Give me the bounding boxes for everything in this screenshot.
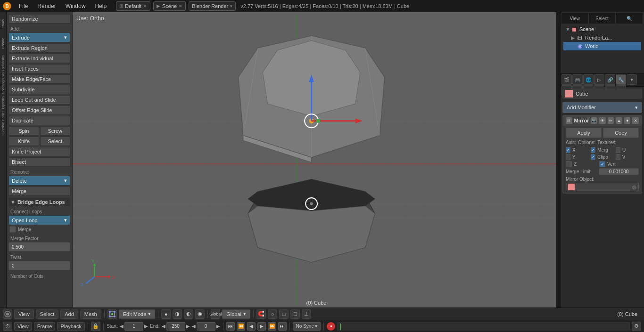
props-icon-world[interactable]: 🌐 (583, 74, 594, 85)
merge-button[interactable]: Merge (8, 186, 70, 196)
extrude-individual-button[interactable]: Extrude Individual (8, 54, 70, 63)
timeline-playhead[interactable] (340, 324, 341, 330)
current-frame-input[interactable]: 0 (197, 322, 215, 331)
z-axis-checkbox[interactable] (566, 161, 572, 167)
solid-shading-btn[interactable]: ● (161, 309, 171, 319)
mode-icon-btn[interactable] (107, 309, 117, 319)
props-icon-constraints[interactable]: 🔗 (605, 74, 615, 85)
tab-shading-uvs[interactable]: Shading/UVs (1, 73, 6, 92)
open-loop-button[interactable]: Open Loop ▾ (8, 215, 70, 225)
end-frame-input[interactable]: 250 (166, 322, 185, 331)
knife-button[interactable]: Knife (8, 137, 39, 146)
timeline-settings-icon[interactable]: ⚙ (632, 322, 641, 331)
mod-render-icon[interactable]: 📷 (591, 117, 597, 124)
merge-limit-value[interactable]: 0.001000 (599, 168, 639, 175)
props-icon-particles[interactable]: ✦ (627, 74, 637, 85)
transform-orientation[interactable]: Global ▾ (222, 309, 250, 319)
mirror-field-picker-icon[interactable]: ◎ (632, 185, 636, 190)
props-icon-scene[interactable]: 🎮 (572, 74, 583, 85)
tab-tools[interactable]: Tools (1, 14, 6, 33)
props-icon-object[interactable]: ▷ (594, 74, 604, 85)
select-button[interactable]: Select (40, 137, 71, 146)
start-prev-btn[interactable]: ◀ (120, 324, 124, 329)
timeline-ruler[interactable] (337, 322, 630, 331)
mod-edit-icon[interactable]: ✏ (608, 117, 614, 124)
texture-shading-btn[interactable]: ◐ (184, 309, 193, 319)
make-edge-face-button[interactable]: Make Edge/Face (8, 74, 70, 84)
material-shading-btn[interactable]: ◑ (173, 309, 182, 319)
face-normals-btn[interactable]: ⊥ (302, 309, 311, 319)
mirror-object-field[interactable]: ◎ (566, 183, 639, 191)
subdivide-button[interactable]: Subdivide (8, 85, 70, 94)
props-icon-modifiers[interactable]: 🔧 (616, 74, 626, 85)
tab-options[interactable]: Options (1, 93, 6, 112)
add-modifier-button[interactable]: Add Modifier ▾ (562, 102, 642, 113)
apply-button[interactable]: Apply (566, 128, 602, 138)
start-next-btn[interactable]: ▶ (144, 324, 148, 329)
outliner-view-btn[interactable]: View (561, 13, 589, 24)
toolbar-view-btn[interactable]: View (14, 309, 34, 319)
limit-select-btn[interactable]: ◻ (290, 309, 300, 319)
tab-grease-pencil[interactable]: Grease Pencil (1, 113, 6, 132)
end-prev-btn[interactable]: ◀ (162, 324, 165, 329)
record-button[interactable]: ● (327, 322, 335, 331)
u-checkbox[interactable] (616, 147, 620, 153)
proportional-btn[interactable]: ○ (268, 309, 277, 319)
editor-type-icon[interactable] (3, 309, 12, 319)
rendered-shading-btn[interactable]: ◉ (195, 309, 205, 319)
merge-factor-slider[interactable]: 0.500 (8, 242, 70, 251)
duplicate-button[interactable]: Duplicate (8, 116, 70, 125)
mod-eye-icon[interactable]: 👁 (599, 117, 606, 124)
workspace-selector[interactable]: ⊞ Default ✕ (116, 1, 150, 11)
knife-project-button[interactable]: Knife Project (8, 147, 70, 156)
play-btn[interactable]: ▶ (257, 322, 266, 331)
mod-close-icon[interactable]: ✕ (632, 117, 639, 124)
toolbar-select-btn[interactable]: Select (36, 309, 59, 319)
menu-render[interactable]: Render (33, 0, 60, 12)
viewport-scrollbar[interactable] (556, 12, 560, 308)
vert-checkbox[interactable] (599, 161, 605, 167)
mod-up-icon[interactable]: ▲ (616, 117, 622, 124)
menu-file[interactable]: File (14, 0, 33, 12)
sync-mode-selector[interactable]: No Sync ▾ (293, 322, 321, 331)
timeline-frame-btn[interactable]: Frame (34, 322, 56, 331)
cur-frame-next-btn[interactable]: ▶ (216, 324, 220, 329)
timeline-playback-btn[interactable]: Playback (57, 322, 85, 331)
outliner-select-btn[interactable]: Select (589, 13, 616, 24)
props-icon-render[interactable]: 🎬 (561, 74, 572, 85)
next-keyframe-btn[interactable]: ⏩ (268, 322, 276, 331)
start-frame-input[interactable]: 1 (124, 322, 143, 331)
delete-button[interactable]: Delete ▾ (8, 176, 70, 186)
bridge-edge-loops-header[interactable]: ▼ Bridge Edge Loops (8, 198, 70, 206)
extrude-button[interactable]: Extrude ▾ (8, 32, 70, 42)
randomize-button[interactable]: Randomize (8, 14, 70, 24)
tab-create[interactable]: Create (1, 34, 6, 53)
snap-btn[interactable]: 🧲 (256, 309, 266, 319)
global-local-selector[interactable]: Global (211, 309, 220, 319)
occlude-btn[interactable]: □ (279, 309, 289, 319)
x-axis-checkbox[interactable] (566, 147, 570, 153)
inset-faces-button[interactable]: Inset Faces (8, 64, 70, 73)
skip-to-start-btn[interactable]: ⏮ (226, 322, 235, 331)
y-axis-checkbox[interactable] (566, 154, 570, 160)
play-reverse-btn[interactable]: ◀ (247, 322, 256, 331)
render-engine-selector[interactable]: Blender Render ▾ (189, 1, 236, 11)
toolbar-mesh-btn[interactable]: Mesh (80, 309, 101, 319)
timeline-lock-icon[interactable]: 🔒 (91, 322, 100, 331)
viewport[interactable]: User Ortho (73, 12, 560, 308)
loop-cut-slide-button[interactable]: Loop Cut and Slide (8, 95, 70, 105)
clipp-checkbox[interactable] (591, 154, 595, 160)
twist-slider[interactable]: 0 (8, 261, 70, 270)
offset-edge-slide-button[interactable]: Offset Edge Slide (8, 105, 70, 115)
outliner-renderlayers-item[interactable]: ▶ 🎞 RenderLa... (563, 33, 641, 42)
edit-mode-selector[interactable]: Edit Mode ▾ (119, 309, 156, 319)
merge-checkbox[interactable] (9, 226, 16, 233)
tab-relations[interactable]: Relations (1, 54, 6, 73)
merg-checkbox[interactable] (591, 147, 595, 153)
v-checkbox[interactable] (616, 154, 620, 160)
timeline-editor-icon[interactable]: ⏱ (3, 322, 12, 331)
spin-button[interactable]: Spin (8, 126, 39, 136)
mod-down-icon[interactable]: ▼ (624, 117, 631, 124)
toolbar-add-btn[interactable]: Add (60, 309, 78, 319)
menu-window[interactable]: Window (61, 0, 91, 12)
